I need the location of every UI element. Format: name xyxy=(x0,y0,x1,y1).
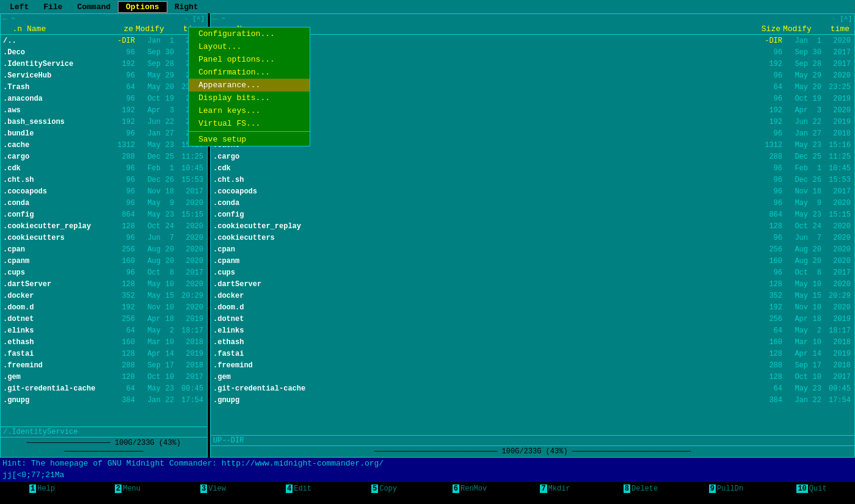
file-day: 18 xyxy=(161,315,174,323)
dropdown-item[interactable]: Configuration... xyxy=(189,27,310,40)
file-month: Apr xyxy=(137,315,161,323)
menu-command[interactable]: Command xyxy=(70,2,118,12)
file-name: .gem xyxy=(213,373,751,381)
list-item[interactable]: .cpanm160Aug202020 xyxy=(1,255,207,267)
file-name: .gnupg xyxy=(3,396,104,405)
list-item[interactable]: .cups96Oct82017 xyxy=(211,267,854,278)
fkey-4[interactable]: 4Edit xyxy=(256,482,342,495)
list-item[interactable]: .cht.sh96Dec2615:53 xyxy=(1,174,207,185)
dropdown-item[interactable]: Learn keys... xyxy=(189,104,310,117)
list-item[interactable]: .dartServer128May102020 xyxy=(1,278,207,290)
list-item[interactable]: .freemind288Sep172018 xyxy=(1,359,207,371)
menu-left[interactable]: Left xyxy=(2,2,36,12)
list-item[interactable]: .doom.d192Nov102020 xyxy=(1,301,207,313)
file-day: 7 xyxy=(808,234,821,242)
list-item[interactable]: .cdk96Feb110:45 xyxy=(211,162,854,174)
fkey-label-4: Edit xyxy=(293,484,313,493)
list-item[interactable]: .elinks64May218:17 xyxy=(1,325,207,336)
dropdown-item[interactable]: Display bits... xyxy=(189,92,310,104)
fkey-5[interactable]: 5Copy xyxy=(342,482,428,495)
list-item[interactable]: .fastai128Apr142019 xyxy=(1,348,207,359)
list-item[interactable]: .Trash64May2023:25 xyxy=(1,81,207,93)
list-item[interactable]: .bundle96Jan272018 xyxy=(1,128,207,139)
list-item[interactable]: .gem128Oct102017 xyxy=(211,371,854,383)
menu-file[interactable]: File xyxy=(36,2,70,12)
fkey-7[interactable]: 7Mkdir xyxy=(513,482,598,495)
list-item[interactable]: .conda96May92020 xyxy=(1,197,207,209)
list-item[interactable]: .anaconda96Oct192019 xyxy=(1,93,207,104)
list-item[interactable]: .cookiecutters96Jun72020 xyxy=(211,232,854,243)
file-time: 2020 xyxy=(174,199,205,207)
list-item[interactable]: .cookiecutter_replay128Oct242020 xyxy=(1,220,207,232)
menu-options[interactable]: Options xyxy=(118,1,167,13)
fkey-8[interactable]: 8Delete xyxy=(598,482,684,495)
list-item[interactable]: .elinks64May218:17 xyxy=(211,325,854,336)
list-item[interactable]: .config864May2315:15 xyxy=(211,209,854,220)
list-item[interactable]: .ethash160Mar102018 xyxy=(211,336,854,348)
list-item[interactable]: .cache1312May2315:16 xyxy=(1,139,207,151)
list-item[interactable]: .fastai128Apr142019 xyxy=(211,348,854,359)
list-item[interactable]: .bash_sessions192Jun222019 xyxy=(1,116,207,128)
fkey-10[interactable]: 10Quit xyxy=(770,482,855,495)
menu-right[interactable]: Right xyxy=(167,2,206,12)
list-item[interactable]: .gnupg384Jan2217:54 xyxy=(1,394,207,406)
dropdown-item[interactable]: Virtual FS... xyxy=(189,117,310,130)
list-item[interactable]: .IdentityService192Sep282017 xyxy=(1,58,207,70)
list-item[interactable]: .docker352May1520:29 xyxy=(1,290,207,301)
list-item[interactable]: .ethash160Mar102018 xyxy=(1,336,207,348)
file-day: 7 xyxy=(161,234,174,242)
list-item[interactable]: .Deco96Sep302017 xyxy=(1,46,207,58)
list-item[interactable]: .gnupg384Jan2217:54 xyxy=(211,394,854,406)
list-item[interactable]: .cpan256Aug202020 xyxy=(1,243,207,255)
list-item[interactable]: .cht.sh96Dec2615:53 xyxy=(211,174,854,185)
list-item[interactable]: .git-credential-cache64May2300:45 xyxy=(211,383,854,394)
list-item[interactable]: .cpanm160Aug202020 xyxy=(211,255,854,267)
list-item[interactable]: .dotnet256Apr182019 xyxy=(1,313,207,325)
file-name: .git-credential-cache xyxy=(213,384,751,393)
fkey-2[interactable]: 2Menu xyxy=(86,482,171,495)
list-item[interactable]: .gem128Oct102017 xyxy=(1,371,207,383)
dropdown-item[interactable]: Appearance... xyxy=(189,79,310,92)
list-item[interactable]: .cdk96Feb110:45 xyxy=(1,162,207,174)
dropdown-item[interactable]: Layout... xyxy=(189,40,310,53)
list-item[interactable]: /..-DIRJan12020 xyxy=(1,35,207,46)
list-item[interactable]: .freemind288Sep172018 xyxy=(211,359,854,371)
list-item[interactable]: .cocoapods96Nov182017 xyxy=(211,185,854,197)
list-item[interactable]: .cargo288Dec2511:25 xyxy=(211,151,854,162)
list-item[interactable]: .docker352May1520:29 xyxy=(211,290,854,301)
list-item[interactable]: .cookiecutters96Jun72020 xyxy=(1,232,207,243)
file-name: .bundle xyxy=(3,129,104,138)
list-item[interactable]: .conda96May92020 xyxy=(211,197,854,209)
list-item[interactable]: .doom.d192Nov102020 xyxy=(211,301,854,313)
file-time: 2017 xyxy=(821,48,852,57)
file-name: .cargo xyxy=(213,153,751,161)
dropdown-item[interactable]: Confirmation... xyxy=(189,66,310,79)
list-item[interactable]: .dartServer128May102020 xyxy=(211,278,854,290)
file-size: 288 xyxy=(104,361,137,370)
list-item[interactable]: .config864May2315:15 xyxy=(1,209,207,220)
list-item[interactable]: .cargo288Dec2511:25 xyxy=(1,151,207,162)
file-day: 20 xyxy=(161,257,174,265)
file-month: Jun xyxy=(137,234,161,242)
list-item[interactable]: .cpan256Aug202020 xyxy=(211,243,854,255)
list-item[interactable]: .ServiceHub96May292020 xyxy=(1,70,207,81)
dropdown-item[interactable]: Panel options... xyxy=(189,53,310,66)
list-item[interactable]: .git-credential-cache64May2300:45 xyxy=(1,383,207,394)
file-day: 22 xyxy=(161,118,174,126)
file-month: May xyxy=(785,83,808,92)
list-item[interactable]: .cups96Oct82017 xyxy=(1,267,207,278)
file-month: Sep xyxy=(785,48,808,57)
dropdown-item[interactable]: Save setup xyxy=(189,133,310,146)
left-panel-cols: .n Name ze Modify time xyxy=(1,24,207,35)
file-month: Jun xyxy=(137,118,161,126)
fkey-9[interactable]: 9PullDn xyxy=(684,482,770,495)
fkey-1[interactable]: 1Help xyxy=(0,482,86,495)
fkey-3[interactable]: 3View xyxy=(171,482,256,495)
list-item[interactable]: .cocoapods96Nov182017 xyxy=(1,185,207,197)
list-item[interactable]: .aws192Apr32020 xyxy=(1,104,207,116)
fkey-6[interactable]: 6RenMov xyxy=(428,482,513,495)
list-item[interactable]: .dotnet256Apr182019 xyxy=(211,313,854,325)
cmd-line[interactable]: jj[<0;77;21Ma xyxy=(0,470,855,482)
file-time: 2017 xyxy=(821,187,852,196)
list-item[interactable]: .cookiecutter_replay128Oct242020 xyxy=(211,220,854,232)
